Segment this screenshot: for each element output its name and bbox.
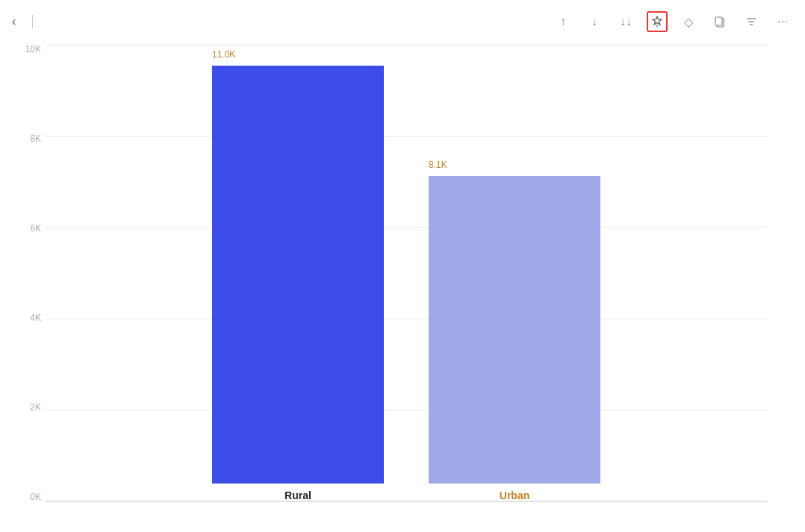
bar-category-label-urban: Urban xyxy=(500,489,529,501)
bookmark-icon[interactable]: ◇ xyxy=(678,11,699,32)
x-axis-line xyxy=(45,501,768,502)
toolbar: ‹ ↑ ↓ ↓↓ ◇ ··· xyxy=(0,0,805,37)
svg-rect-2 xyxy=(715,17,722,25)
sort-desc-double-icon[interactable]: ↓↓ xyxy=(615,11,636,32)
bar-group-rural[interactable]: 11.0KRural xyxy=(212,66,384,501)
pin-icon[interactable] xyxy=(647,11,668,32)
bar-urban: 8.1K xyxy=(429,176,600,484)
y-axis-label: 4K xyxy=(11,313,41,322)
copy-icon[interactable] xyxy=(709,11,730,32)
y-axis-label: 10K xyxy=(11,45,41,54)
back-chevron-icon: ‹ xyxy=(12,15,16,28)
sort-asc-icon[interactable]: ↑ xyxy=(553,11,574,32)
bar-value-label-urban: 8.1K xyxy=(429,160,447,170)
y-axis-label: 8K xyxy=(11,134,41,143)
bar-group-urban[interactable]: 8.1KUrban xyxy=(429,176,600,501)
back-button[interactable]: ‹ xyxy=(12,15,33,28)
y-axis-label: 0K xyxy=(11,492,41,501)
filter-icon[interactable] xyxy=(741,11,762,32)
chart-plot: 0K2K4K6K8K10K 11.0KRural8.1KUrban xyxy=(45,45,768,501)
toolbar-right: ↑ ↓ ↓↓ ◇ ··· xyxy=(553,11,793,32)
y-axis: 0K2K4K6K8K10K xyxy=(11,45,41,501)
y-axis-label: 2K xyxy=(11,403,41,412)
more-options-icon[interactable]: ··· xyxy=(772,11,793,32)
sort-desc-icon[interactable]: ↓ xyxy=(584,11,605,32)
bar-rural: 11.0K xyxy=(212,66,384,484)
bars-area: 11.0KRural8.1KUrban xyxy=(45,45,768,501)
chart-inner: 0K2K4K6K8K10K 11.0KRural8.1KUrban xyxy=(45,45,768,502)
toolbar-left: ‹ xyxy=(12,15,52,28)
chart-container: 0K2K4K6K8K10K 11.0KRural8.1KUrban xyxy=(0,37,805,532)
y-axis-label: 6K xyxy=(11,224,41,233)
bar-value-label-rural: 11.0K xyxy=(212,49,235,60)
bar-category-label-rural: Rural xyxy=(285,489,311,501)
